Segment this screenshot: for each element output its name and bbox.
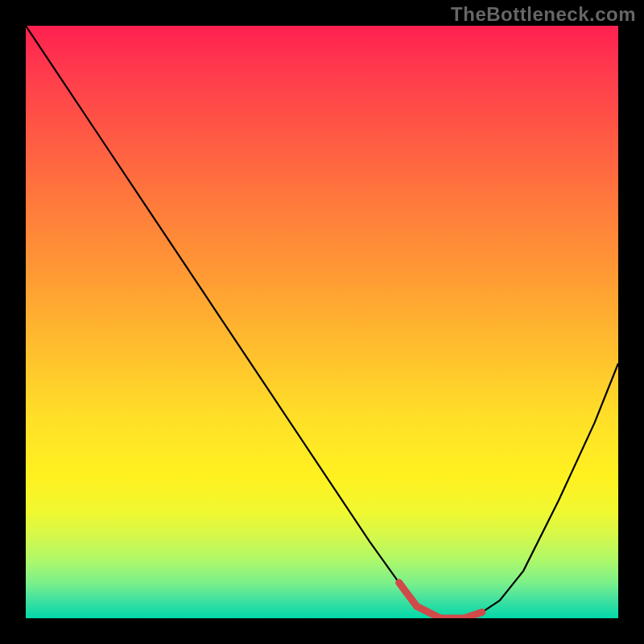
watermark-label: TheBottleneck.com — [451, 3, 636, 26]
chart-container: TheBottleneck.com — [0, 0, 644, 644]
optimal-range-highlight — [399, 583, 482, 618]
curve-svg — [26, 26, 618, 618]
bottleneck-curve — [26, 26, 618, 618]
plot-area — [26, 26, 618, 618]
